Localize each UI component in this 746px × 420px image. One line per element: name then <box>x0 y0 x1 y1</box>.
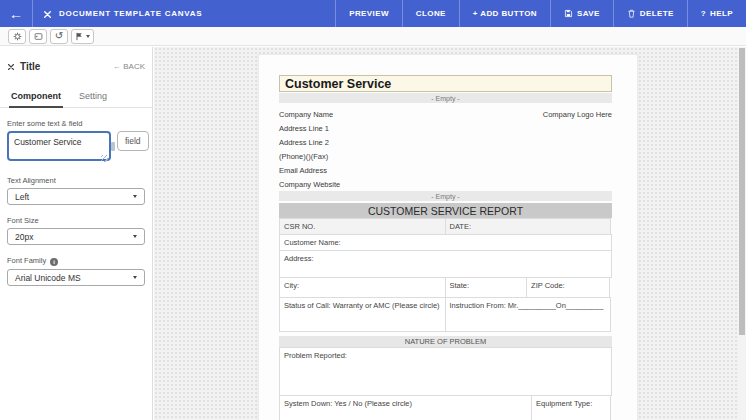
alignment-select[interactable]: Left <box>7 188 145 205</box>
address-line-1-row[interactable]: Address Line 1 <box>279 121 612 135</box>
undo-button[interactable]: ↺ <box>50 29 68 44</box>
preview-button[interactable]: PREVIEW <box>335 0 402 27</box>
address-line-2-row[interactable]: Address Line 2 <box>279 135 612 149</box>
status-of-call-cell: Status of Call: Warranty or AMC (Please … <box>279 297 446 332</box>
empty-placeholder-component[interactable]: - Empty - <box>279 191 612 201</box>
insert-field-button[interactable]: field <box>117 131 149 151</box>
font-size-label: Font Size <box>7 216 145 225</box>
device-view-button[interactable] <box>29 29 47 44</box>
top-bar: ← DOCUMENT TEMPLATE CANVAS PREVIEW CLONE… <box>0 0 746 27</box>
save-icon <box>564 9 573 18</box>
font-size-select[interactable]: 20px <box>7 228 145 245</box>
back-arrow-icon: ← <box>113 62 121 71</box>
company-name-row[interactable]: Company Name Company Logo Here <box>279 107 612 121</box>
component-sidebar: Title ← BACK Component Setting Enter som… <box>0 47 153 420</box>
city-cell: City: <box>279 277 446 298</box>
back-button[interactable]: ← <box>0 0 33 27</box>
resize-grip-icon[interactable] <box>101 155 108 162</box>
zip-cell: ZIP Code: <box>526 277 610 298</box>
date-cell: DATE: <box>445 218 612 235</box>
sidebar-back-link[interactable]: ← BACK <box>113 62 145 71</box>
trash-icon <box>627 9 636 18</box>
report-title-bar[interactable]: CUSTOMER SERVICE REPORT <box>279 203 612 218</box>
settings-button[interactable] <box>8 29 26 44</box>
csr-no-cell: CSR NO. <box>279 218 446 235</box>
chevron-down-icon <box>86 35 90 38</box>
help-icon: ? <box>701 9 706 18</box>
state-cell: State: <box>445 277 528 298</box>
equipment-type-cell: Equipment Type: <box>531 395 611 420</box>
text-field-label: Enter some text & field <box>7 119 145 128</box>
sidebar-header: Title ← BACK <box>7 57 145 75</box>
info-icon[interactable]: i <box>50 258 58 266</box>
delete-button[interactable]: DELETE <box>613 0 687 27</box>
company-header-block: Company Name Company Logo Here Address L… <box>279 107 612 191</box>
scrollbar-thumb[interactable] <box>739 48 745 335</box>
chevron-down-icon <box>133 276 137 279</box>
phone-fax-row[interactable]: (Phone)()(Fax) <box>279 149 612 163</box>
app-title-group: DOCUMENT TEMPLATE CANVAS <box>33 0 212 27</box>
title-text-input[interactable]: Customer Service <box>7 131 111 161</box>
empty-placeholder-component[interactable]: - Empty - <box>279 93 612 103</box>
clone-button[interactable]: CLONE <box>402 0 459 27</box>
flag-icon <box>75 27 84 45</box>
nature-of-problem-bar: NATURE OF PROBLEM <box>279 336 612 347</box>
drag-handle[interactable] <box>111 142 115 151</box>
instruction-from-cell: Instruction From: Mr._________On________… <box>445 297 612 332</box>
problem-reported-cell: Problem Reported: <box>279 347 612 396</box>
customer-name-cell: Customer Name: <box>279 234 612 251</box>
gear-icon <box>13 27 22 45</box>
selected-component-title: Title <box>20 61 40 72</box>
chevron-down-icon <box>133 235 137 238</box>
save-button[interactable]: SAVE <box>550 0 613 27</box>
component-icon <box>7 57 15 75</box>
back-arrow-icon: ← <box>9 6 23 22</box>
company-logo-placeholder[interactable]: Company Logo Here <box>543 110 612 119</box>
help-button[interactable]: ? HELP <box>687 0 746 27</box>
run-flag-button[interactable] <box>71 29 94 44</box>
sidebar-tabs: Component Setting <box>0 87 152 108</box>
font-family-select[interactable]: Arial Unicode MS <box>7 269 145 286</box>
add-button-button[interactable]: + ADD BUTTON <box>459 0 550 27</box>
email-row[interactable]: Email Address <box>279 163 612 177</box>
address-cell: Address: <box>279 250 612 278</box>
report-table[interactable]: CSR NO. DATE: Customer Name: Address: Ci… <box>279 218 612 420</box>
chevron-down-icon <box>133 195 137 198</box>
canvas-scrollbar[interactable] <box>738 47 746 420</box>
device-icon <box>34 27 43 45</box>
alignment-label: Text Alignment <box>7 176 145 185</box>
website-row[interactable]: Company Website <box>279 177 612 191</box>
system-down-cell: System Down: Yes / No (Please circle) <box>279 395 532 420</box>
undo-icon: ↺ <box>55 31 63 41</box>
template-canvas: Customer Service - Empty - Company Name … <box>154 47 746 420</box>
icon-toolbar: ↺ <box>0 27 746 46</box>
font-family-label: Font Familyi <box>7 256 145 266</box>
tab-component[interactable]: Component <box>9 87 63 108</box>
page-title: DOCUMENT TEMPLATE CANVAS <box>59 9 202 18</box>
tab-setting[interactable]: Setting <box>77 87 109 107</box>
doc-title-component[interactable]: Customer Service <box>279 75 612 92</box>
document-page: Customer Service - Empty - Company Name … <box>258 54 638 420</box>
topbar-actions: PREVIEW CLONE + ADD BUTTON SAVE DELETE ?… <box>335 0 746 27</box>
tools-icon <box>43 5 52 23</box>
